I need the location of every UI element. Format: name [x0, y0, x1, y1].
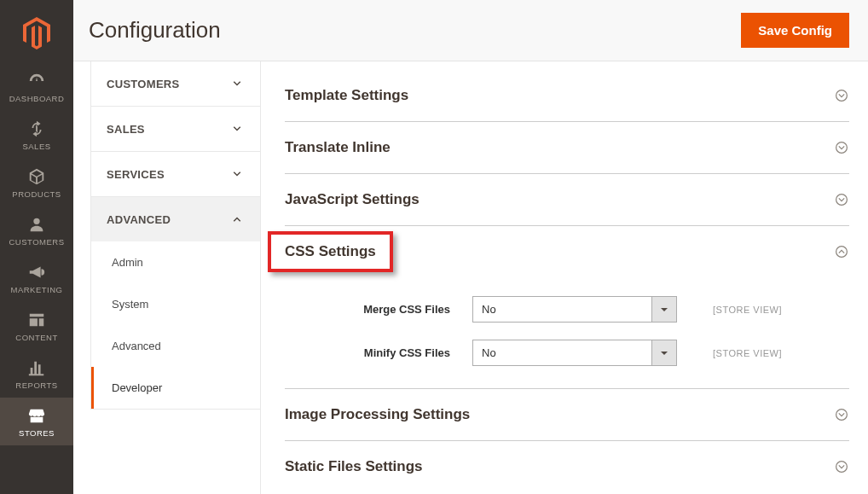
svg-point-1 [836, 142, 848, 154]
minify-css-select[interactable]: No [472, 340, 677, 366]
nav-reports[interactable]: REPORTS [0, 350, 73, 398]
section-image-processing[interactable]: Image Processing Settings [285, 389, 849, 441]
scope-label: [STORE VIEW] [713, 305, 782, 315]
nav-marketing[interactable]: MARKETING [0, 254, 73, 302]
section-translate-inline[interactable]: Translate Inline [285, 122, 849, 174]
chevron-down-icon [229, 121, 245, 137]
nav-label: REPORTS [15, 381, 57, 390]
svg-point-0 [836, 90, 848, 102]
nav-label: CUSTOMERS [9, 237, 64, 247]
nav-sales[interactable]: SALES [0, 111, 73, 159]
config-tabs: CUSTOMERS SALES SERVICES ADVANCED [90, 61, 261, 494]
tab-advanced[interactable]: Advanced [91, 325, 260, 367]
group-customers: CUSTOMERS [90, 61, 260, 107]
chevron-up-icon [229, 212, 245, 227]
nav-stores[interactable]: STORES [0, 398, 73, 445]
chevron-down-icon [229, 166, 245, 182]
group-services: SERVICES [90, 152, 260, 197]
svg-point-3 [836, 247, 848, 258]
group-head-advanced[interactable]: ADVANCED [90, 197, 260, 241]
nav-label: DASHBOARD [9, 94, 65, 103]
nav-label: CONTENT [15, 333, 57, 342]
group-head-sales[interactable]: SALES [90, 107, 260, 151]
magento-logo[interactable] [19, 15, 55, 51]
scope-label: [STORE VIEW] [713, 348, 782, 358]
main-area: Configuration Save Config CUSTOMERS SALE… [73, 0, 868, 494]
expand-icon [834, 459, 849, 474]
tab-admin[interactable]: Admin [91, 241, 260, 283]
admin-nav-rail: DASHBOARD SALES PRODUCTS CUSTOMERS MARKE… [0, 0, 73, 494]
field-label: Minify CSS Files [285, 346, 472, 359]
section-css-settings[interactable]: CSS Settings [285, 226, 849, 277]
css-settings-body: Merge CSS Files No [STORE VIEW] Minify C… [285, 277, 849, 389]
expand-icon [834, 140, 849, 155]
settings-content: Template Settings Translate Inline JavaS… [261, 61, 868, 494]
nav-customers[interactable]: CUSTOMERS [0, 206, 73, 254]
nav-label: SALES [22, 142, 50, 151]
dropdown-toggle[interactable] [651, 296, 677, 323]
save-config-button[interactable]: Save Config [741, 13, 849, 48]
group-head-services[interactable]: SERVICES [90, 152, 260, 196]
tab-developer[interactable]: Developer [91, 367, 260, 409]
expand-icon [834, 88, 849, 103]
page-header: Configuration Save Config [73, 0, 868, 61]
dropdown-toggle[interactable] [651, 340, 677, 366]
nav-label: PRODUCTS [12, 189, 61, 199]
nav-products[interactable]: PRODUCTS [0, 159, 73, 206]
tab-system[interactable]: System [91, 283, 260, 325]
nav-label: MARKETING [11, 285, 63, 294]
expand-icon [834, 192, 849, 207]
group-head-customers[interactable]: CUSTOMERS [90, 61, 260, 106]
svg-point-2 [836, 195, 848, 206]
section-javascript-settings[interactable]: JavaScript Settings [285, 174, 849, 226]
group-sales: SALES [90, 107, 260, 152]
chevron-down-icon [229, 76, 245, 91]
expand-icon [834, 407, 849, 422]
section-template-settings[interactable]: Template Settings [285, 70, 849, 122]
nav-label: STORES [19, 428, 55, 438]
field-merge-css: Merge CSS Files No [STORE VIEW] [285, 296, 849, 323]
page-title: Configuration [89, 17, 221, 44]
collapse-icon [834, 244, 849, 259]
nav-dashboard[interactable]: DASHBOARD [0, 63, 73, 111]
group-advanced-items: Admin System Advanced Developer [90, 241, 260, 409]
section-static-files[interactable]: Static Files Settings [285, 441, 849, 492]
field-minify-css: Minify CSS Files No [STORE VIEW] [285, 340, 849, 366]
nav-content[interactable]: CONTENT [0, 302, 73, 350]
merge-css-select[interactable]: No [472, 296, 677, 323]
svg-point-4 [836, 410, 848, 421]
group-advanced: ADVANCED Admin System Advanced Developer [90, 197, 260, 410]
field-label: Merge CSS Files [285, 303, 472, 316]
svg-point-5 [836, 462, 848, 473]
